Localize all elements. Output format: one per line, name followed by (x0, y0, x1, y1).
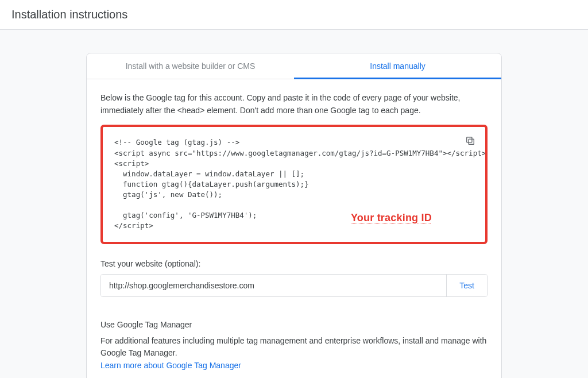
tab-install-manually[interactable]: Install manually (294, 53, 501, 79)
test-label: Test your website (optional): (100, 259, 488, 268)
test-url-input[interactable] (101, 275, 446, 296)
test-website-row: Test (100, 274, 488, 297)
page-header: Installation instructions (0, 0, 588, 30)
copy-icon (465, 135, 476, 146)
copy-button[interactable] (465, 135, 477, 148)
gtm-description: For additional features including multip… (100, 335, 488, 372)
tab-website-builder[interactable]: Install with a website builder or CMS (87, 53, 294, 79)
google-tag-code[interactable]: <!-- Google tag (gtag.js) --> <script as… (103, 127, 485, 241)
test-button[interactable]: Test (446, 275, 487, 296)
install-card: Install with a website builder or CMS In… (86, 53, 502, 378)
gtm-heading: Use Google Tag Manager (100, 320, 488, 329)
page-title: Installation instructions (11, 8, 127, 21)
install-tabs: Install with a website builder or CMS In… (87, 53, 501, 79)
code-block-highlight: <!-- Google tag (gtag.js) --> <script as… (100, 125, 488, 244)
tab-content: Below is the Google tag for this account… (87, 79, 501, 378)
svg-rect-1 (467, 137, 472, 142)
instruction-text: Below is the Google tag for this account… (100, 92, 488, 117)
gtm-learn-more-link[interactable]: Learn more about Google Tag Manager (100, 361, 241, 370)
svg-rect-0 (469, 139, 474, 144)
gtm-text-body: For additional features including multip… (100, 336, 486, 358)
